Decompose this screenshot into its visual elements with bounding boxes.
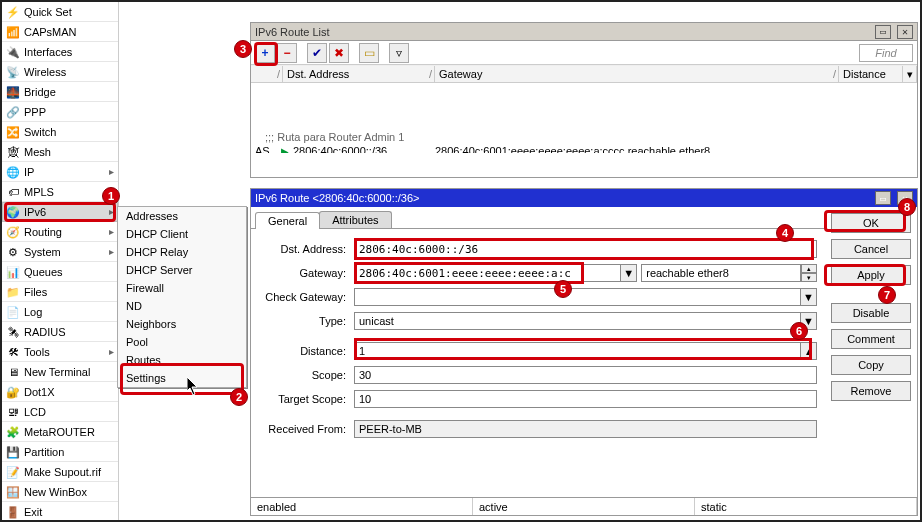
sidebar-item-interfaces[interactable]: 🔌Interfaces [2,42,118,62]
sidebar-item-capsman[interactable]: 📶CAPsMAN [2,22,118,42]
check-gateway-dropdown-icon[interactable]: ▼ [801,288,817,306]
remove-button[interactable]: Remove [831,381,911,401]
submenu-item-dhcp-relay[interactable]: DHCP Relay [118,243,246,261]
grid-body[interactable]: ;;; Ruta para Router Admin 1 AS ▶2806:40… [251,83,917,153]
dst-address-input[interactable]: 2806:40c:6000::/36 [354,240,817,258]
submenu-item-dhcp-server[interactable]: DHCP Server [118,261,246,279]
gateway-dropdown-icon[interactable]: ▼ [621,264,637,282]
column-menu-icon[interactable]: ▾ [903,66,917,82]
sidebar-item-system[interactable]: ⚙System▸ [2,242,118,262]
sidebar-item-partition[interactable]: 💾Partition [2,442,118,462]
quick-set-icon: ⚡ [6,2,20,22]
scope-input[interactable]: 30 [354,366,817,384]
supout-icon: 📝 [6,462,20,482]
submenu-item-firewall[interactable]: Firewall [118,279,246,297]
sidebar-item-mesh[interactable]: 🕸Mesh [2,142,118,162]
sidebar-item-make-supout[interactable]: 📝Make Supout.rif [2,462,118,482]
find-input[interactable]: Find [859,44,913,62]
ipv6-route-window: IPv6 Route <2806:40c:6000::/36> ▭ ✕ Gene… [250,188,918,516]
submenu-item-neighbors[interactable]: Neighbors [118,315,246,333]
sidebar-item-quick-set[interactable]: ⚡Quick Set [2,2,118,22]
sidebar-item-ip[interactable]: 🌐IP▸ [2,162,118,182]
sidebar-item-new-terminal[interactable]: 🖥New Terminal [2,362,118,382]
comment-button[interactable]: ▭ [359,43,379,63]
gateway-status: reachable ether8 [641,264,801,282]
enable-button[interactable]: ✔ [307,43,327,63]
row-gw: 2806:40c:6001:eeee:eeee:eeee:a:cccc reac… [435,145,917,153]
filter-button[interactable]: ▿ [389,43,409,63]
gateway-input[interactable]: 2806:40c:6001:eeee:eeee:eeee:a:c [354,264,621,282]
terminal-icon: 🖥 [6,362,20,382]
add-button[interactable]: + [255,43,275,63]
sidebar-item-files[interactable]: 📁Files [2,282,118,302]
disable-button[interactable]: ✖ [329,43,349,63]
submenu-item-routes[interactable]: Routes [118,351,246,369]
wireless-icon: 📡 [6,62,20,82]
type-input[interactable]: unicast [354,312,801,330]
sidebar-item-ipv6[interactable]: 🌍IPv6▸ [2,202,118,222]
column-dst[interactable]: Dst. Address [283,66,435,82]
copy-button[interactable]: Copy [831,355,911,375]
cancel-button[interactable]: Cancel [831,239,911,259]
sidebar-item-radius[interactable]: 🛰RADIUS [2,322,118,342]
apply-button[interactable]: Apply [831,265,911,285]
status-active: active [473,498,695,515]
disable-button[interactable]: Disable [831,303,911,323]
window-minimize-icon[interactable]: ▭ [875,25,891,39]
status-static: static [695,498,917,515]
ok-button[interactable]: OK [831,213,911,233]
window-minimize-icon[interactable]: ▭ [875,191,891,205]
sidebar-item-tools[interactable]: 🛠Tools▸ [2,342,118,362]
lcd-icon: 🖳 [6,402,20,422]
sidebar-item-queues[interactable]: 📊Queues [2,262,118,282]
sidebar-item-new-winbox[interactable]: 🪟New WinBox [2,482,118,502]
remove-button[interactable]: − [277,43,297,63]
ipv6-submenu: Addresses DHCP Client DHCP Relay DHCP Se… [117,206,247,388]
distance-input[interactable]: 1 [354,342,801,360]
submenu-item-settings[interactable]: Settings [118,369,246,387]
sidebar-item-log[interactable]: 📄Log [2,302,118,322]
tab-general[interactable]: General [255,212,320,229]
sidebar-item-wireless[interactable]: 📡Wireless [2,62,118,82]
check-gateway-input[interactable] [354,288,801,306]
label-type: Type: [259,315,354,327]
label-dst-address: Dst. Address: [259,243,354,255]
sidebar-item-switch[interactable]: 🔀Switch [2,122,118,142]
capsman-icon: 📶 [6,22,20,42]
caret-icon: ▸ [104,162,114,182]
sidebar-item-metarouter[interactable]: 🧩MetaROUTER [2,422,118,442]
column-flags[interactable] [251,66,283,82]
submenu-item-nd[interactable]: ND [118,297,246,315]
window-title-bar[interactable]: IPv6 Route <2806:40c:6000::/36> ▭ ✕ [251,189,917,207]
sidebar-item-mpls[interactable]: 🏷MPLS▸ [2,182,118,202]
window-close-icon[interactable]: ✕ [897,25,913,39]
sidebar-item-dot1x[interactable]: 🔐Dot1X [2,382,118,402]
column-dist[interactable]: Distance [839,66,903,82]
tab-attributes[interactable]: Attributes [319,211,391,228]
table-row[interactable]: AS ▶2806:40c:6000::/36 2806:40c:6001:eee… [251,143,917,153]
target-scope-input[interactable]: 10 [354,390,817,408]
submenu-item-addresses[interactable]: Addresses [118,207,246,225]
label-distance: Distance: [259,345,354,357]
sidebar-item-lcd[interactable]: 🖳LCD [2,402,118,422]
label-check-gateway: Check Gateway: [259,291,354,303]
tools-icon: 🛠 [6,342,20,362]
row-flags: AS [251,145,281,153]
submenu-item-dhcp-client[interactable]: DHCP Client [118,225,246,243]
window-title-bar[interactable]: IPv6 Route List ▭ ✕ [251,23,917,41]
distance-up-icon[interactable]: ▴ [801,342,817,360]
sidebar-item-routing[interactable]: 🧭Routing▸ [2,222,118,242]
ppp-icon: 🔗 [6,102,20,122]
files-icon: 📁 [6,282,20,302]
sidebar-item-bridge[interactable]: 🌉Bridge [2,82,118,102]
radius-icon: 🛰 [6,322,20,342]
route-comment: ;;; Ruta para Router Admin 1 [251,129,917,143]
route-active-icon: ▶ [281,146,289,153]
gateway-spinner[interactable]: ▴▾ [801,264,817,282]
column-gw[interactable]: Gateway [435,66,839,82]
sidebar-item-exit[interactable]: 🚪Exit [2,502,118,522]
submenu-item-pool[interactable]: Pool [118,333,246,351]
routing-icon: 🧭 [6,222,20,242]
sidebar-item-ppp[interactable]: 🔗PPP [2,102,118,122]
comment-button[interactable]: Comment [831,329,911,349]
